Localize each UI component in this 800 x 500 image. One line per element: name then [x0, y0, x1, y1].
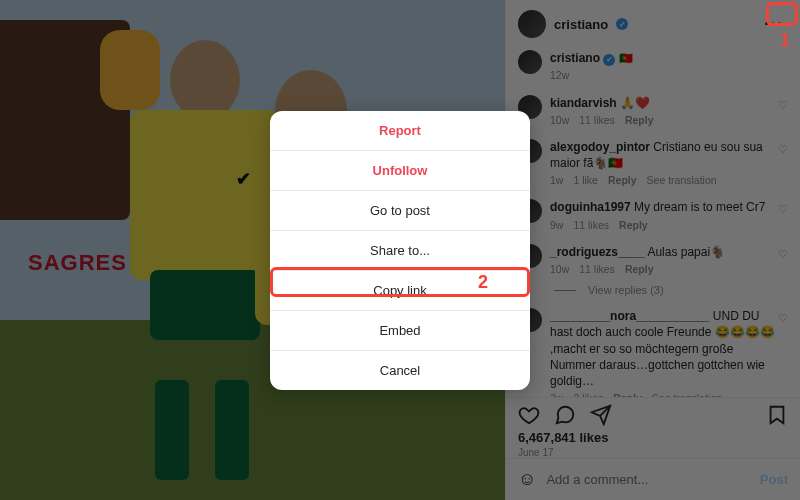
menu-item-go-to-post[interactable]: Go to post — [270, 190, 530, 230]
modal-overlay[interactable]: Report Unfollow Go to post Share to... C… — [0, 0, 800, 500]
menu-item-embed[interactable]: Embed — [270, 310, 530, 350]
menu-item-share-to[interactable]: Share to... — [270, 230, 530, 270]
menu-item-report[interactable]: Report — [270, 111, 530, 150]
menu-item-copy-link[interactable]: Copy link — [270, 270, 530, 310]
options-menu: Report Unfollow Go to post Share to... C… — [270, 111, 530, 390]
menu-item-cancel[interactable]: Cancel — [270, 350, 530, 390]
post-viewer: SAGRES ✔ SAGRES cristiano ··· cristiano … — [0, 0, 800, 500]
menu-item-unfollow[interactable]: Unfollow — [270, 150, 530, 190]
